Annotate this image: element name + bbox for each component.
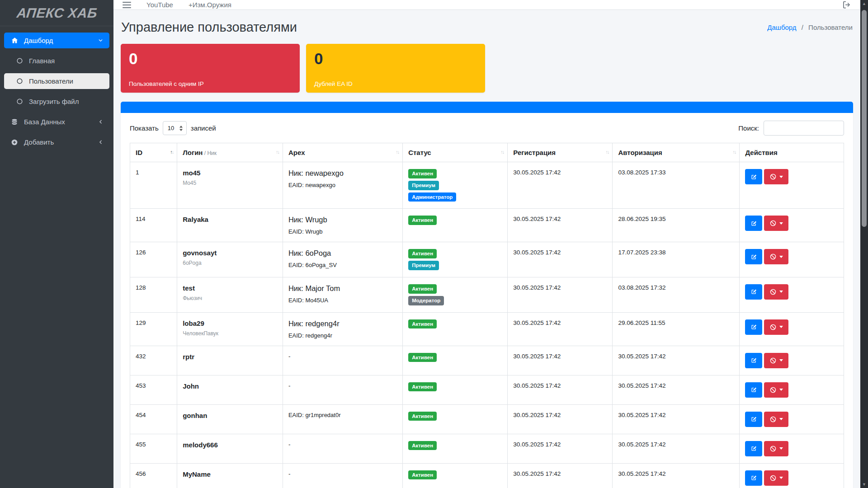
cell-login: gonhan [177, 404, 283, 434]
stat-card-same-ip: 0 Пользователей с одним IP [121, 44, 300, 93]
sidebar-item-label: База Данных [24, 118, 93, 126]
block-user-button[interactable] [764, 470, 788, 486]
row-actions [745, 353, 838, 368]
cell-registration: 30.05.2025 17:42 [508, 312, 613, 346]
status-badge-premium: Премиум [408, 261, 439, 270]
breadcrumb-current: Пользователи [808, 23, 853, 31]
block-user-button[interactable] [764, 284, 788, 300]
table-row: 1mo45Mo45Ник: newapexgoEAID: newapexgoАк… [130, 162, 844, 209]
breadcrumb: Дашборд / Пользователи [767, 23, 853, 31]
column-header-id[interactable]: ID↑↓ [130, 143, 177, 162]
users-card-header [121, 102, 853, 113]
login-value: govnosayt [183, 249, 277, 257]
page-size-select[interactable]: 10 [163, 121, 187, 135]
column-header-авторизация[interactable]: Авторизация↑↓ [613, 143, 740, 162]
table-row: 129loba29ЧеловекПавукНик: redgeng4rEAID:… [130, 312, 844, 346]
table-row: 455melody666-Активен30.05.2025 17:4230.0… [130, 434, 844, 463]
sort-arrows-icon[interactable]: ↑↓ [276, 149, 279, 155]
breadcrumb-dashboard-link[interactable]: Дашборд [767, 23, 796, 31]
row-actions [745, 319, 838, 335]
cell-authorization: 28.06.2025 19:35 [613, 209, 740, 242]
menu-toggle-icon[interactable] [123, 2, 131, 8]
spinner-arrows-icon [179, 126, 183, 131]
cell-apex: - [283, 375, 402, 404]
column-header-label: Авторизация [618, 149, 662, 156]
block-user-button[interactable] [764, 382, 788, 398]
plus-circle-icon [10, 139, 19, 146]
caret-down-icon [779, 359, 783, 361]
column-header-статус[interactable]: Статус↑↓ [403, 143, 508, 162]
sort-arrows-icon[interactable]: ↑↓ [396, 149, 399, 155]
apex-nick-value: Ник: Major Tom [288, 284, 397, 293]
scrollbar-thumb[interactable] [862, 10, 867, 227]
block-user-button[interactable] [764, 441, 788, 456]
page-title: Управление пользователями [121, 20, 297, 35]
block-user-button[interactable] [764, 319, 788, 335]
block-user-button[interactable] [764, 216, 788, 231]
edit-user-button[interactable] [745, 319, 762, 335]
search-label: Поиск: [738, 124, 759, 132]
cell-id: 128 [130, 277, 177, 312]
scroll-down-icon[interactable]: ▼ [860, 482, 868, 487]
nav-link-youtube[interactable]: YouTube [146, 1, 173, 9]
cell-registration: 30.05.2025 17:42 [508, 404, 613, 434]
edit-user-button[interactable] [745, 412, 762, 427]
scroll-up-icon[interactable]: ▲ [860, 1, 868, 6]
stat-label: Пользователей с одним IP [129, 80, 292, 87]
cell-login: rptr [177, 346, 283, 375]
block-user-button[interactable] [764, 353, 788, 368]
table-row: 126govnosayt6oPogaНик: 6oPogaEAID: 6oPog… [130, 242, 844, 277]
row-actions [745, 470, 838, 486]
chevron-down-icon [98, 38, 104, 43]
cell-apex: - [283, 346, 402, 375]
edit-user-button[interactable] [745, 382, 762, 398]
edit-user-button[interactable] [745, 353, 762, 368]
edit-user-button[interactable] [745, 441, 762, 456]
sort-arrows-icon[interactable]: ↑↓ [170, 149, 173, 155]
search-input[interactable] [764, 121, 844, 136]
cell-status: Активен [403, 375, 508, 404]
block-user-button[interactable] [764, 412, 788, 427]
apex-eaid-value: EAID: gr1mpredat0r [288, 412, 397, 418]
os-scrollbar[interactable]: ▲ ▼ [860, 0, 868, 488]
edit-user-button[interactable] [745, 249, 762, 264]
table-row: 114RalyakaНик: WrugbEAID: WrugbАктивен30… [130, 209, 844, 242]
nav-link-weapons[interactable]: +Изм.Оружия [189, 1, 231, 9]
sidebar-item-upload-file[interactable]: Загрузить файл [4, 94, 109, 109]
sort-arrows-icon[interactable]: ↑↓ [605, 149, 609, 155]
edit-user-button[interactable] [745, 169, 762, 184]
row-actions [745, 169, 838, 184]
cell-authorization: 29.06.2025 11:55 [613, 312, 740, 346]
brand[interactable]: АПЕКС ХАБ [0, 0, 113, 26]
nick-value: ЧеловекПавук [183, 330, 277, 337]
sort-arrows-icon[interactable]: ↑↓ [732, 149, 736, 155]
page-size-value: 10 [168, 125, 176, 131]
block-user-button[interactable] [764, 169, 788, 184]
sidebar-item-users[interactable]: Пользователи [4, 73, 109, 89]
edit-user-button[interactable] [745, 470, 762, 486]
column-header-логин[interactable]: Логин / Ник↑↓ [177, 143, 283, 162]
cell-registration: 30.05.2025 17:42 [508, 375, 613, 404]
column-header-apex[interactable]: Apex↑↓ [283, 143, 402, 162]
sidebar-item-dashboard[interactable]: Дашборд [4, 33, 109, 48]
block-user-button[interactable] [764, 249, 788, 264]
sidebar-item-home[interactable]: Главная [4, 53, 109, 69]
chevron-left-icon [98, 119, 104, 125]
column-header-регистрация[interactable]: Регистрация↑↓ [508, 143, 613, 162]
circle-icon [15, 57, 24, 64]
cell-login: govnosayt6oPoga [177, 242, 283, 277]
apex-nick-value: Ник: redgeng4r [288, 319, 397, 328]
edit-user-button[interactable] [745, 284, 762, 300]
cell-authorization: 30.05.2025 17:42 [613, 346, 740, 375]
sidebar-item-add[interactable]: Добавить [4, 134, 109, 150]
edit-user-button[interactable] [745, 216, 762, 231]
cell-id: 126 [130, 242, 177, 277]
sidebar-item-database[interactable]: База Данных [4, 114, 109, 130]
sort-arrows-icon[interactable]: ↑↓ [500, 149, 504, 155]
caret-down-icon [779, 222, 783, 225]
badge-gap [408, 190, 502, 192]
cell-apex: Ник: Major TomEAID: Mo45UA [283, 277, 402, 312]
cell-authorization: 30.05.2025 17:42 [613, 463, 740, 488]
sign-out-icon[interactable] [842, 0, 851, 9]
cell-authorization: 03.08.2025 17:33 [613, 162, 740, 209]
